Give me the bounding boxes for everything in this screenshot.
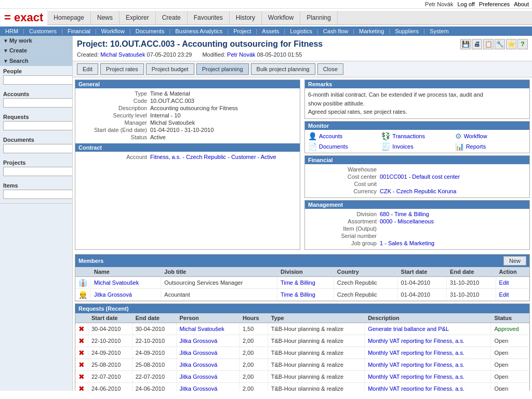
- monitor-reports-link[interactable]: Reports: [466, 143, 486, 150]
- icon-print[interactable]: 🖨: [472, 39, 482, 49]
- assortment-link[interactable]: 0000 - Miscellaneous: [380, 218, 434, 224]
- subnav-hrm[interactable]: HRM: [2, 28, 21, 35]
- col-icon: [75, 267, 91, 277]
- member-edit-link[interactable]: Edit: [499, 291, 509, 298]
- contract-account-link[interactable]: Fitness, a.s. - Czech Republic - Custome…: [150, 154, 276, 160]
- subnav-financial[interactable]: Financial: [64, 28, 94, 35]
- project-budget-button[interactable]: Project budget: [146, 63, 194, 75]
- nav-workflow[interactable]: Workflow: [262, 11, 300, 24]
- division-link[interactable]: 680 - Time & Billing: [380, 211, 429, 217]
- icon-copy[interactable]: 📋: [483, 39, 494, 49]
- about-link[interactable]: About: [514, 1, 529, 7]
- delete-icon[interactable]: ✖: [78, 384, 85, 391]
- requests-input[interactable]: [3, 121, 73, 130]
- request-person-cell: Jitka Grossová: [176, 335, 239, 347]
- request-person-link[interactable]: Jitka Grossová: [180, 338, 218, 344]
- projects-input[interactable]: [3, 167, 73, 176]
- delete-icon[interactable]: ✖: [78, 361, 85, 369]
- modified-label: Modified: Petr Novák 08-05-2010 01:55: [202, 51, 302, 58]
- request-person-link[interactable]: Jitka Grossová: [180, 374, 218, 380]
- delete-icon[interactable]: ✖: [78, 349, 85, 357]
- request-desc-link[interactable]: Monthly VAT reporting for Fitness, a.s.: [368, 362, 464, 368]
- costcenter-link[interactable]: 001CC001 - Default cost center: [380, 174, 460, 180]
- preferences-link[interactable]: Preferences: [479, 1, 510, 7]
- sidebar-mywork[interactable]: ▼ My work: [0, 36, 72, 45]
- members-title: Members: [78, 258, 103, 264]
- logoff-link[interactable]: Log off: [457, 1, 474, 7]
- people-input[interactable]: [3, 75, 73, 85]
- field-type: Type Time & Material: [79, 90, 296, 97]
- delete-icon[interactable]: ✖: [78, 337, 85, 345]
- subnav-marketing[interactable]: Marketing: [356, 28, 387, 35]
- subnav-workflow[interactable]: Workflow: [98, 28, 128, 35]
- col-end: End date: [132, 313, 176, 323]
- subnav-project[interactable]: Project: [230, 28, 254, 35]
- monitor-workflow-link[interactable]: Workflow: [464, 133, 487, 139]
- request-desc-link[interactable]: Monthly VAT reporting for Fitness, a.s.: [368, 374, 464, 380]
- request-person-link[interactable]: Michal Svatoušek: [180, 326, 224, 332]
- right-column: Remarks 6-month initial contract. Can be…: [302, 77, 532, 252]
- request-desc-cell: Monthly VAT reporting for Fitness, a.s.: [365, 347, 491, 358]
- request-desc-link[interactable]: Generate trial ballance and P&L: [368, 326, 449, 332]
- monitor-invoices-link[interactable]: Invoices: [392, 143, 413, 150]
- jobgroup-link[interactable]: 1 - Sales & Marketing: [380, 240, 434, 246]
- request-hours-cell: 2,00: [239, 382, 268, 391]
- subnav-business-analytics[interactable]: Business Analytics: [172, 28, 225, 35]
- subnav-customers[interactable]: Customers: [26, 28, 60, 35]
- bulk-project-planning-button[interactable]: Bulk project planning: [251, 63, 315, 75]
- nav-planning[interactable]: Planning: [300, 11, 338, 24]
- request-person-link[interactable]: Jitka Grossová: [180, 362, 218, 368]
- nav-explorer[interactable]: Explorer: [119, 11, 156, 24]
- items-input[interactable]: [3, 190, 73, 199]
- request-person-cell: Jitka Grossová: [176, 358, 239, 370]
- project-rates-button[interactable]: Project rates: [100, 63, 144, 75]
- request-person-link[interactable]: Jitka Grossová: [180, 350, 218, 356]
- request-desc-link[interactable]: Monthly VAT reporting for Fitness, a.s.: [368, 338, 464, 344]
- sidebar-search[interactable]: ▼ Search: [0, 56, 72, 66]
- member-name-link[interactable]: Michal Svatoušek: [94, 280, 139, 286]
- request-desc-link[interactable]: Monthly VAT reporting for Fitness, a.s.: [368, 385, 464, 391]
- edit-button[interactable]: Edit: [77, 63, 98, 75]
- delete-icon[interactable]: ✖: [78, 325, 85, 333]
- member-jobtitle-cell: Acountant: [161, 288, 277, 300]
- request-hours-cell: 2,00: [239, 335, 268, 347]
- icon-save[interactable]: 💾: [460, 39, 471, 49]
- icon-star[interactable]: ⭐: [506, 39, 516, 49]
- icon-tools[interactable]: 🔧: [495, 39, 505, 49]
- sidebar-create[interactable]: ▼ Create: [0, 46, 72, 55]
- created-by-link[interactable]: Michal Svatoušek: [100, 51, 145, 58]
- nav-homepage[interactable]: Homepage: [47, 11, 91, 24]
- request-person-link[interactable]: Jitka Grossová: [180, 385, 218, 391]
- field-serial: Serial number: [309, 233, 525, 239]
- member-country-cell: Czech Republic: [334, 276, 397, 288]
- nav-favourites[interactable]: Favourites: [188, 11, 230, 24]
- currency-link[interactable]: CZK - Czech Republic Koruna: [380, 188, 456, 194]
- accounts-input[interactable]: [3, 98, 73, 108]
- nav-history[interactable]: History: [230, 11, 262, 24]
- nav-create[interactable]: Create: [156, 11, 188, 24]
- monitor-transactions-link[interactable]: Transactions: [392, 133, 425, 139]
- delete-icon[interactable]: ✖: [78, 373, 85, 381]
- member-division-link[interactable]: Time & Billing: [281, 280, 315, 286]
- icon-help[interactable]: ?: [517, 39, 528, 49]
- request-desc-link[interactable]: Monthly VAT reporting for Fitness, a.s.: [368, 350, 464, 356]
- member-edit-link[interactable]: Edit: [499, 280, 509, 286]
- request-end-cell: 30-04-2010: [132, 323, 176, 335]
- subnav-cashflow[interactable]: Cash flow: [320, 28, 351, 35]
- monitor-accounts-link[interactable]: Accounts: [319, 133, 342, 139]
- subnav-documents[interactable]: Documents: [132, 28, 168, 35]
- subnav-logistics[interactable]: Logistics: [287, 28, 315, 35]
- modified-by-link[interactable]: Petr Novák: [227, 51, 255, 58]
- member-name-link[interactable]: Jitka Grossová: [94, 291, 132, 298]
- member-division-link[interactable]: Time & Billing: [281, 291, 315, 298]
- subnav-suppliers[interactable]: Suppliers: [392, 28, 422, 35]
- close-button[interactable]: Close: [317, 63, 343, 75]
- subnav-system[interactable]: System: [427, 28, 452, 35]
- monitor-documents-link[interactable]: Documents: [319, 143, 348, 150]
- nav-news[interactable]: News: [91, 11, 119, 24]
- members-new-button[interactable]: New: [503, 256, 526, 265]
- subnav-assets[interactable]: Assets: [259, 28, 282, 35]
- member-division-cell: Time & Billing: [277, 288, 334, 300]
- documents-input[interactable]: [3, 144, 73, 153]
- project-planning-button[interactable]: Project planning: [196, 63, 249, 75]
